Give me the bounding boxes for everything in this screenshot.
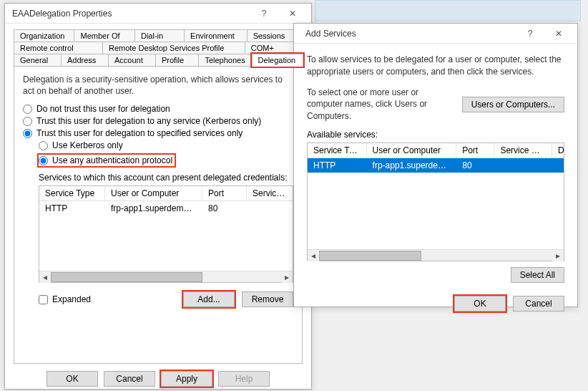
- delegation-tab-content: Delegation is a security-sensitive opera…: [14, 66, 303, 364]
- list-header[interactable]: Service Type User or Computer Port Servi…: [308, 143, 564, 158]
- col-port[interactable]: Port: [202, 186, 247, 201]
- hint-text-1: To allow services to be delegated for a …: [307, 54, 564, 78]
- tabs-row-2: Remote control Remote Desktop Services P…: [14, 42, 303, 54]
- hint-text-2: To select one or more user or computer n…: [307, 87, 455, 122]
- checkbox-expanded-label: Expanded: [52, 294, 91, 304]
- apply-button[interactable]: Apply: [161, 371, 212, 387]
- cell-d: [552, 158, 564, 173]
- radio-trust-specified-label: Trust this user for delegation to specif…: [36, 128, 242, 138]
- radio-kerberos-only-label: Use Kerberos only: [52, 140, 123, 150]
- h-scrollbar[interactable]: ◂ ▸: [39, 271, 293, 282]
- col-user-computer[interactable]: User or Computer: [367, 143, 457, 158]
- cell-uoc: frp-app1.superdemo.l...: [105, 201, 202, 216]
- list-header[interactable]: Service Type User or Computer Port Servi…: [39, 186, 293, 201]
- table-row[interactable]: HTTP frp-app1.superdemo.l... 80: [308, 158, 564, 173]
- close-icon[interactable]: ✕: [544, 24, 573, 43]
- radio-no-trust-label: Do not trust this user for delegation: [36, 104, 170, 114]
- add-services-window: Add Services ? ✕ To allow services to be…: [293, 23, 578, 307]
- cell-sname: [494, 158, 552, 173]
- help-button[interactable]: Help: [218, 371, 270, 387]
- radio-trust-specified[interactable]: Trust this user for delegation to specif…: [23, 128, 293, 138]
- h-scrollbar[interactable]: ◂ ▸: [308, 249, 564, 261]
- properties-title: EAADelegation Properties: [12, 9, 250, 19]
- tab-dial-in[interactable]: Dial-in: [134, 29, 185, 42]
- add-services-titlebar[interactable]: Add Services ? ✕: [294, 24, 577, 44]
- radio-no-trust-input[interactable]: [23, 105, 32, 114]
- radio-trust-any-label: Trust this user for delegation to any se…: [36, 116, 261, 126]
- cell-port: 80: [456, 158, 494, 173]
- scrollbar-thumb[interactable]: [319, 251, 421, 261]
- col-user-computer[interactable]: User or Computer: [105, 186, 202, 201]
- tab-environment[interactable]: Environment: [184, 29, 248, 42]
- users-or-computers-button[interactable]: Users or Computers...: [462, 97, 564, 112]
- add-services-title: Add Services: [301, 29, 516, 39]
- tab-organization[interactable]: Organization: [14, 29, 74, 42]
- radio-trust-any-input[interactable]: [23, 117, 32, 126]
- radio-trust-any[interactable]: Trust this user for delegation to any se…: [23, 116, 293, 126]
- remove-button[interactable]: Remove: [242, 291, 293, 307]
- checkbox-expanded-input[interactable]: [39, 295, 48, 304]
- properties-dialog-buttons: OK Cancel Apply Help: [14, 371, 303, 387]
- available-services-label: Available services:: [307, 130, 564, 140]
- tab-profile[interactable]: Profile: [155, 54, 200, 67]
- radio-any-auth-input[interactable]: [39, 156, 48, 165]
- radio-any-auth[interactable]: Use any authentication protocol: [39, 155, 175, 166]
- cancel-button[interactable]: Cancel: [104, 371, 155, 387]
- delegated-services-list[interactable]: Service Type User or Computer Port Servi…: [39, 185, 293, 283]
- radio-kerberos-only-input[interactable]: [39, 141, 48, 150]
- scroll-right-icon[interactable]: ▸: [552, 250, 564, 261]
- tab-account[interactable]: Account: [108, 54, 156, 67]
- col-service-name[interactable]: Service N: [247, 186, 293, 201]
- scroll-right-icon[interactable]: ▸: [281, 271, 293, 283]
- list-body[interactable]: HTTP frp-app1.superdemo.l... 80: [39, 201, 293, 271]
- scrollbar-thumb[interactable]: [51, 272, 202, 282]
- col-service-type[interactable]: Service Type: [39, 186, 105, 201]
- radio-kerberos-only[interactable]: Use Kerberos only: [39, 140, 293, 150]
- col-service-type[interactable]: Service Type: [308, 143, 367, 158]
- list-body[interactable]: HTTP frp-app1.superdemo.l... 80: [308, 158, 564, 249]
- tab-general[interactable]: General: [14, 54, 62, 67]
- scroll-left-icon[interactable]: ◂: [39, 271, 51, 283]
- ok-button[interactable]: OK: [46, 371, 98, 387]
- cell-svc: HTTP: [308, 158, 367, 173]
- cell-svc: HTTP: [39, 201, 105, 216]
- tab-member-of[interactable]: Member Of: [74, 29, 134, 42]
- add-button[interactable]: Add...: [183, 291, 235, 307]
- cell-sname: [247, 201, 293, 216]
- col-port[interactable]: Port: [456, 143, 494, 158]
- cell-port: 80: [202, 201, 247, 216]
- radio-no-trust[interactable]: Do not trust this user for delegation: [23, 104, 293, 114]
- radio-trust-specified-input[interactable]: [23, 129, 32, 138]
- tab-delegation[interactable]: Delegation: [252, 54, 303, 67]
- cell-uoc: frp-app1.superdemo.l...: [367, 158, 457, 173]
- close-icon[interactable]: ✕: [278, 4, 307, 23]
- checkbox-expanded[interactable]: Expanded: [39, 294, 183, 304]
- services-label: Services to which this account can prese…: [39, 173, 293, 183]
- radio-any-auth-label: Use any authentication protocol: [52, 155, 172, 165]
- tab-telephones[interactable]: Telephones: [198, 54, 252, 67]
- tab-address[interactable]: Address: [61, 54, 109, 67]
- tabs-row-1: Organization Member Of Dial-in Environme…: [14, 29, 303, 42]
- tab-remote-control[interactable]: Remote control: [14, 42, 103, 54]
- tab-rds-profile[interactable]: Remote Desktop Services Profile: [102, 42, 245, 54]
- col-service-name[interactable]: Service Name: [494, 143, 552, 158]
- table-row[interactable]: HTTP frp-app1.superdemo.l... 80: [39, 201, 293, 216]
- col-d[interactable]: D: [552, 143, 564, 158]
- background-panel: [315, 0, 581, 21]
- cancel-button[interactable]: Cancel: [513, 296, 564, 312]
- ok-button[interactable]: OK: [454, 296, 506, 312]
- properties-window: EAADelegation Properties ? ✕ Organizatio…: [4, 3, 312, 390]
- delegation-description: Delegation is a security-sensitive opera…: [23, 74, 293, 97]
- help-icon[interactable]: ?: [250, 4, 278, 23]
- help-icon[interactable]: ?: [516, 24, 544, 43]
- tabs-row-3: General Address Account Profile Telephon…: [14, 54, 303, 67]
- select-all-button[interactable]: Select All: [511, 267, 564, 283]
- properties-titlebar[interactable]: EAADelegation Properties ? ✕: [5, 4, 311, 24]
- scroll-left-icon[interactable]: ◂: [308, 250, 319, 261]
- available-services-list[interactable]: Service Type User or Computer Port Servi…: [307, 143, 564, 261]
